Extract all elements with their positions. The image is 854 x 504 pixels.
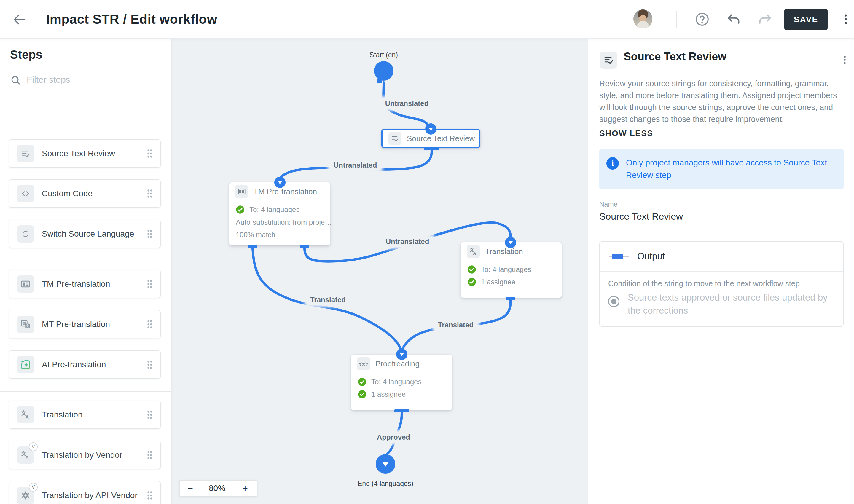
drag-handle-icon[interactable]	[146, 188, 153, 199]
code-icon	[17, 185, 34, 202]
list-check-icon	[17, 145, 34, 162]
edge-arrowhead	[396, 349, 407, 360]
info-alert-text: Only project managers will have access t…	[626, 157, 834, 181]
step-card-switch-source-language[interactable]: Switch Source Language	[9, 220, 161, 248]
node-detail: 1 assignee	[481, 278, 515, 286]
drag-handle-icon[interactable]	[146, 279, 153, 289]
page-title: Impact STR / Edit workflow	[46, 0, 217, 38]
node-detail: To: 4 languages	[371, 378, 421, 386]
node-output-port[interactable]	[394, 410, 409, 412]
help-icon[interactable]	[694, 12, 710, 27]
node-detail: 100% match	[236, 231, 323, 239]
zoom-in-button[interactable]: +	[233, 480, 257, 496]
end-node-label: End (4 languages)	[358, 480, 413, 488]
step-label: Translation by Vendor	[42, 450, 146, 460]
list-check-icon	[389, 132, 402, 145]
check-circle-icon	[358, 390, 367, 399]
node-detail: Auto-substitution: from proje…	[236, 218, 323, 227]
list-check-icon	[600, 52, 617, 69]
redo-icon[interactable]	[757, 12, 773, 27]
filter-underline	[10, 90, 161, 90]
translate-icon	[17, 406, 34, 424]
zoom-out-button[interactable]: −	[179, 480, 201, 496]
step-label: Translation	[42, 410, 146, 419]
sidebar-group-divider	[0, 391, 171, 392]
drag-handle-icon[interactable]	[146, 148, 153, 159]
edge-label-untranslated: Untranslated	[381, 98, 432, 108]
check-circle-icon	[467, 265, 476, 274]
edge-arrowhead	[274, 177, 286, 188]
glasses-icon	[357, 357, 370, 370]
node-output-port[interactable]	[300, 245, 309, 248]
step-label: Custom Code	[42, 189, 146, 198]
drag-handle-icon[interactable]	[146, 229, 153, 239]
drag-handle-icon[interactable]	[146, 319, 153, 330]
undo-icon[interactable]	[726, 12, 741, 27]
step-card-ai-pre-translation[interactable]: AI Pre-translation	[9, 350, 161, 379]
edge-label-untranslated: Untranslated	[330, 160, 381, 170]
app-header: Impact STR / Edit workflow SAVE	[0, 0, 854, 38]
avatar[interactable]	[634, 10, 652, 29]
step-label: TM Pre-translation	[42, 279, 146, 289]
condition-value: Source texts approved or source files up…	[628, 291, 834, 317]
drag-handle-icon[interactable]	[146, 490, 153, 501]
edge-arrowhead	[425, 123, 437, 134]
edge-arrowhead	[505, 237, 516, 248]
output-title: Output	[637, 251, 665, 262]
step-card-mt-pre-translation[interactable]: MT Pre-translation	[9, 310, 161, 338]
save-button[interactable]: SAVE	[784, 9, 828, 30]
start-node[interactable]	[374, 61, 393, 80]
node-output-port[interactable]	[424, 147, 439, 150]
workflow-node-tm-pre-translation[interactable]: TM Pre-translation To: 4 languages Auto-…	[229, 182, 330, 246]
node-detail: To: 4 languages	[481, 265, 531, 274]
step-card-tm-pre-translation[interactable]: TM Pre-translation	[9, 270, 161, 298]
drag-handle-icon[interactable]	[146, 359, 153, 370]
gear-icon: V	[17, 487, 34, 504]
end-node[interactable]	[376, 454, 395, 474]
drag-handle-icon[interactable]	[146, 450, 153, 461]
back-icon[interactable]	[12, 12, 27, 27]
step-properties-panel: Source Text Review Review your source st…	[588, 38, 854, 504]
condition-label: Condition of the string to move to the n…	[608, 279, 834, 288]
sync-icon	[17, 225, 34, 242]
step-card-custom-code[interactable]: Custom Code	[9, 179, 161, 208]
edge-label-translated: Translated	[434, 320, 477, 330]
vendor-badge: V	[29, 442, 38, 451]
workflow-node-proofreading[interactable]: Proofreading To: 4 languages 1 assignee	[351, 355, 452, 410]
node-output-port[interactable]	[506, 297, 515, 300]
output-header: Output	[600, 241, 843, 272]
step-card-translation-by-vendor[interactable]: V Translation by Vendor	[9, 441, 161, 469]
step-label: Switch Source Language	[42, 229, 146, 239]
node-detail: To: 4 languages	[249, 205, 300, 214]
check-circle-icon	[467, 277, 476, 286]
output-port-icon	[609, 253, 629, 260]
translate-icon	[467, 245, 480, 258]
steps-sidebar: Steps Source Text Review Custom Code Swi…	[0, 38, 171, 504]
filter-steps-input[interactable]	[27, 71, 160, 88]
node-title: TM Pre-translation	[253, 187, 317, 196]
node-title: Translation	[485, 247, 523, 256]
step-card-source-text-review[interactable]: Source Text Review	[9, 139, 161, 167]
edge-label-untranslated: Untranslated	[382, 237, 433, 247]
condition-radio[interactable]	[608, 296, 620, 307]
header-divider	[676, 11, 677, 28]
show-less-link[interactable]: SHOW LESS	[599, 129, 653, 138]
kebab-menu-icon[interactable]	[839, 12, 852, 27]
output-section: Output Condition of the string to move t…	[599, 241, 843, 327]
name-field-label: Name	[599, 200, 617, 209]
node-output-port[interactable]	[248, 245, 257, 248]
step-card-translation-by-api-vendor[interactable]: V Translation by API Vendor	[9, 481, 161, 504]
name-field-value[interactable]: Source Text Review	[599, 211, 843, 228]
drag-handle-icon[interactable]	[146, 410, 153, 420]
workflow-canvas[interactable]: Start (en) End (4 languages) Untranslate…	[171, 38, 588, 504]
filter-steps-field	[10, 71, 161, 89]
edge-label-translated: Translated	[307, 295, 349, 305]
step-label: Source Text Review	[42, 149, 146, 158]
workflow-node-translation[interactable]: Translation To: 4 languages 1 assignee	[461, 242, 562, 298]
node-title: Source Text Review	[407, 134, 475, 143]
check-circle-icon	[358, 377, 367, 386]
step-label: AI Pre-translation	[42, 360, 146, 370]
translate-icon: V	[17, 447, 34, 464]
step-card-translation[interactable]: Translation	[9, 400, 161, 429]
kebab-menu-icon[interactable]	[839, 52, 850, 68]
